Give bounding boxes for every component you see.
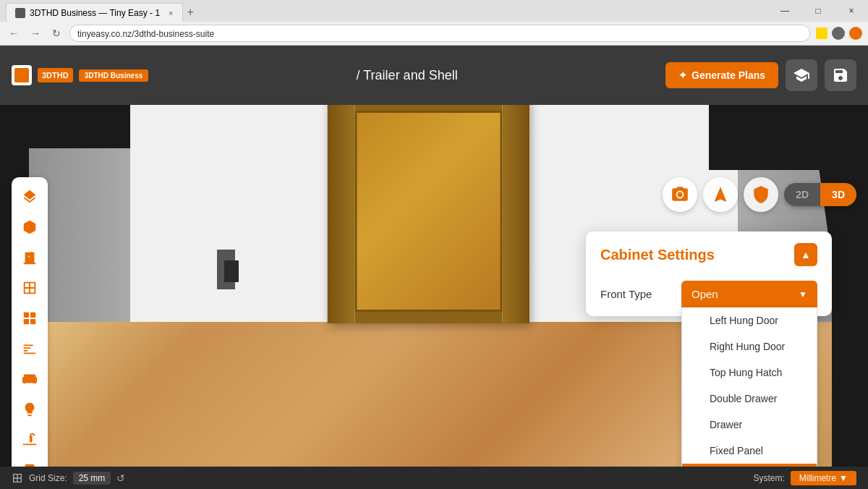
- refresh-btn[interactable]: ↻: [49, 26, 64, 41]
- dropdown-list: Left Hung Door Right Hung Door Top Hung …: [681, 307, 817, 467]
- bookmark-star-icon[interactable]: [816, 27, 827, 39]
- dropdown-selected[interactable]: Open ▼: [681, 281, 817, 307]
- option-label-5: Drawer: [710, 419, 742, 430]
- generate-plans-label: Generate Plans: [692, 69, 765, 81]
- shield-btn[interactable]: [744, 177, 778, 212]
- forward-btn[interactable]: →: [27, 26, 43, 41]
- option-open[interactable]: ✓ Open: [682, 464, 817, 467]
- panel-header: Cabinet Settings ▲: [586, 231, 832, 275]
- cabinet-settings-panel: Cabinet Settings ▲ Front Type Open ▼ Lef…: [586, 231, 832, 316]
- navigate-btn[interactable]: [703, 177, 738, 212]
- light-tool-btn[interactable]: [16, 396, 43, 423]
- front-type-row: Front Type Open ▼ Left Hung Door Ri: [586, 275, 832, 316]
- back-btn[interactable]: ←: [6, 26, 22, 41]
- light-icon: [22, 401, 38, 417]
- maximize-btn[interactable]: □: [801, 0, 835, 22]
- minimize-btn[interactable]: —: [768, 0, 801, 22]
- layers-icon: [22, 189, 38, 205]
- tab-favicon: [15, 8, 25, 18]
- option-label-4: Double Drawer: [710, 393, 777, 404]
- tab-close-btn[interactable]: ×: [169, 9, 173, 17]
- navigate-icon: [711, 185, 730, 204]
- bookmark-icon: [22, 462, 38, 467]
- 3d-view[interactable]: 2D 3D Cabinet Settings ▲ Front Type Open…: [0, 105, 868, 467]
- logo-icon-inner: [14, 68, 29, 82]
- generate-plans-btn[interactable]: ✦ Generate Plans: [665, 62, 778, 88]
- browser-actions: [816, 27, 862, 40]
- new-tab-btn[interactable]: +: [183, 6, 198, 19]
- cabinet-bottom-bar: [355, 312, 503, 323]
- option-label-2: Right Hung Door: [710, 341, 785, 352]
- option-fixed-panel[interactable]: Fixed Panel: [682, 438, 817, 464]
- cabinet-left-panel: [328, 105, 355, 323]
- generate-star-icon: ✦: [678, 69, 687, 81]
- paint-icon: [22, 432, 38, 448]
- extensions-icon[interactable]: [832, 27, 845, 40]
- option-drawer[interactable]: Drawer: [682, 412, 817, 438]
- front-type-dropdown[interactable]: Open ▼ Left Hung Door Right Hung Door: [681, 281, 817, 307]
- bottom-bar: Grid Size: 25 mm ↺ System: Millimetre ▼: [0, 467, 868, 489]
- selected-option-label: Open: [692, 288, 718, 300]
- logo-icon: [12, 65, 32, 85]
- panel-title: Cabinet Settings: [600, 247, 715, 263]
- camera-btn[interactable]: [663, 177, 697, 212]
- grid-size-value: 25 mm: [73, 472, 111, 485]
- bookmark-tool-btn[interactable]: [16, 456, 43, 467]
- 3d-btn[interactable]: 3D: [820, 183, 856, 206]
- side-toolbar: [12, 177, 48, 467]
- save-icon: [832, 67, 849, 84]
- reset-btn[interactable]: ↺: [116, 472, 125, 484]
- system-area: System: Millimetre ▼: [753, 471, 856, 485]
- window-icon: [22, 280, 38, 296]
- beam-right-vert: [832, 105, 868, 467]
- option-right-hung-door[interactable]: Right Hung Door: [682, 333, 817, 360]
- option-top-hung-hatch[interactable]: Top Hung Hatch: [682, 360, 817, 386]
- profile-icon[interactable]: [849, 27, 862, 40]
- layers-tool-btn[interactable]: [16, 183, 43, 211]
- save-btn[interactable]: [825, 59, 856, 91]
- app-area: 3DTHD 3DTHD Business / Trailer and Shell…: [0, 46, 868, 489]
- stairs-icon: [22, 341, 38, 357]
- camera-icon: [671, 185, 689, 204]
- panel-tool-btn[interactable]: [16, 305, 43, 332]
- url-bar[interactable]: tinyeasy.co.nz/3dthd-business-suite: [69, 25, 810, 42]
- header-actions: ✦ Generate Plans: [665, 59, 856, 91]
- address-bar: ← → ↻ tinyeasy.co.nz/3dthd-business-suit…: [0, 22, 868, 45]
- logo-area: 3DTHD 3DTHD Business: [12, 65, 148, 85]
- header-title: / Trailer and Shell: [148, 68, 665, 83]
- 2d-3d-toggle[interactable]: 2D 3D: [784, 183, 856, 206]
- window-tool-btn[interactable]: [16, 274, 43, 302]
- option-label-3: Top Hung Hatch: [710, 367, 782, 378]
- stairs-tool-btn[interactable]: [16, 335, 43, 362]
- option-double-drawer[interactable]: Double Drawer: [682, 386, 817, 412]
- front-type-label: Front Type: [600, 288, 673, 300]
- sofa-icon: [22, 371, 38, 387]
- shield-icon: [752, 185, 770, 204]
- door-tool-btn[interactable]: [16, 244, 43, 271]
- door-icon: [22, 250, 38, 265]
- graduation-icon: [793, 67, 810, 84]
- cabinet-right-panel: [503, 105, 530, 323]
- millimetre-arrow-icon: ▼: [839, 473, 848, 483]
- sofa-tool-btn[interactable]: [16, 365, 43, 393]
- option-left-hung-door[interactable]: Left Hung Door: [682, 307, 817, 333]
- browser-tab[interactable]: 3DTHD Business — Tiny Easy - 1 ×: [6, 3, 183, 22]
- close-btn[interactable]: ×: [835, 0, 868, 22]
- cabinet-wrapper: [328, 105, 541, 323]
- system-label: System:: [753, 473, 784, 483]
- cube-tool-btn[interactable]: [16, 213, 43, 241]
- grid-size-label: Grid Size:: [29, 473, 67, 483]
- grid-size-icon: [12, 472, 23, 484]
- grid-size-area: Grid Size: 25 mm ↺: [12, 472, 125, 485]
- cabinet-top-bar: [355, 105, 503, 111]
- 2d-btn[interactable]: 2D: [784, 183, 820, 206]
- dropdown-arrow-icon: ▼: [799, 289, 807, 299]
- browser-chrome: 3DTHD Business — Tiny Easy - 1 × + — □ ×…: [0, 0, 868, 46]
- paint-tool-btn[interactable]: [16, 426, 43, 454]
- learn-btn[interactable]: [786, 59, 817, 91]
- logo-badge: 3DTHD Business: [79, 69, 149, 82]
- millimetre-btn[interactable]: Millimetre ▼: [791, 471, 856, 485]
- panel-collapse-btn[interactable]: ▲: [794, 243, 817, 266]
- panel-icon: [22, 310, 38, 326]
- cabinet-body: [328, 105, 530, 323]
